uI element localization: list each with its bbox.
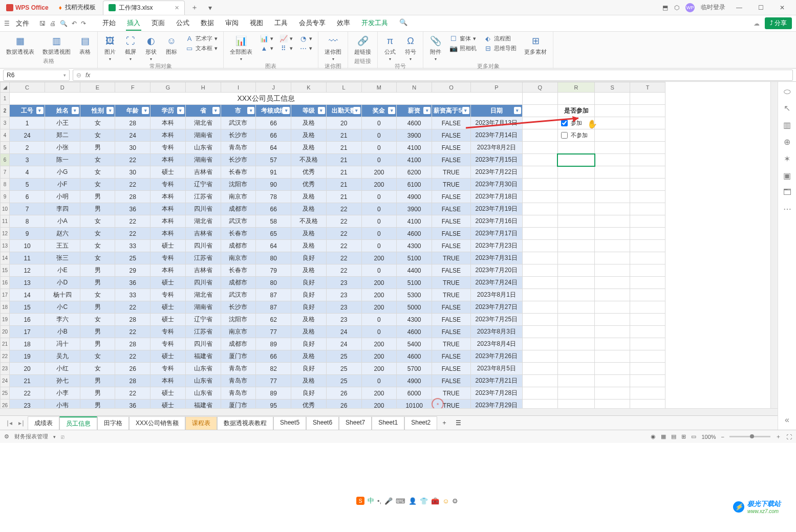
data-cell[interactable]: 58 <box>256 215 291 228</box>
row-header[interactable]: 7 <box>1 166 10 179</box>
data-cell[interactable]: 95 <box>256 400 291 409</box>
view-break-icon[interactable]: ⊞ <box>681 433 686 440</box>
data-cell[interactable]: 女 <box>80 117 115 129</box>
row-header[interactable]: 25 <box>1 387 10 400</box>
data-cell[interactable]: 23 <box>10 400 45 409</box>
template-tab[interactable]: ♦找稻壳模板 <box>54 1 101 15</box>
data-cell[interactable]: 硕士 <box>150 166 186 179</box>
data-cell[interactable]: TRUE <box>432 166 471 179</box>
data-cell[interactable]: 0 <box>361 203 397 215</box>
data-cell[interactable]: 成都市 <box>221 338 256 350</box>
data-cell[interactable]: 杨十四 <box>45 289 80 301</box>
data-cell[interactable]: 小F <box>45 179 80 191</box>
data-cell[interactable]: FALSE <box>432 264 471 277</box>
chart-line-button[interactable]: 📈▾ <box>278 34 294 43</box>
data-cell[interactable]: 及格 <box>291 264 327 277</box>
data-cell[interactable]: 小G <box>45 166 80 179</box>
data-cell[interactable]: 22 <box>115 387 150 400</box>
data-cell[interactable]: 硕士 <box>150 350 186 363</box>
data-cell[interactable]: 长沙市 <box>221 154 256 166</box>
menu-tab-3[interactable]: 公式 <box>175 16 190 31</box>
tab-close-icon[interactable]: ✕ <box>175 5 179 11</box>
filter-icon[interactable]: ▾ <box>36 107 44 114</box>
data-cell[interactable]: 4300 <box>397 314 432 326</box>
symbol-button[interactable]: Ω符号▾ <box>402 34 419 62</box>
data-cell[interactable]: 200 <box>361 363 397 375</box>
data-cell[interactable]: 成都市 <box>221 240 256 252</box>
data-cell[interactable]: 男 <box>80 326 115 338</box>
data-cell[interactable]: 2023年8月5日 <box>470 363 522 375</box>
data-cell[interactable]: 本科 <box>150 375 186 387</box>
data-cell[interactable]: 本科 <box>150 117 186 129</box>
data-cell[interactable]: 成都市 <box>221 203 256 215</box>
data-cell[interactable]: 湖南省 <box>185 301 221 314</box>
data-cell[interactable]: 江苏省 <box>185 326 221 338</box>
data-cell[interactable]: 0 <box>361 326 397 338</box>
row-header[interactable]: 19 <box>1 314 10 326</box>
form-button[interactable]: ☐窗体 ▾ <box>448 34 478 43</box>
data-cell[interactable]: FALSE <box>432 240 471 252</box>
checkbox-participate[interactable]: 参加 <box>558 118 595 128</box>
data-cell[interactable]: 2023年7月19日 <box>470 203 522 215</box>
data-cell[interactable]: 山东省 <box>185 375 221 387</box>
data-cell[interactable]: 优秀 <box>291 179 327 191</box>
data-cell[interactable]: 2023年7月13日 <box>470 117 522 129</box>
col-header[interactable]: F <box>115 82 150 93</box>
ime-skin-icon[interactable]: 👕 <box>420 497 428 505</box>
horizontal-scrollbar[interactable] <box>0 408 778 415</box>
table-header-cell[interactable]: 出勤天数▾ <box>326 105 361 117</box>
row-header[interactable]: 14 <box>1 252 10 264</box>
data-cell[interactable]: 2023年7月23日 <box>470 240 522 252</box>
row-header[interactable]: 1 <box>1 93 10 105</box>
data-cell[interactable]: 女 <box>80 350 115 363</box>
data-cell[interactable]: 本科 <box>150 228 186 240</box>
data-cell[interactable]: 四川省 <box>185 277 221 289</box>
data-cell[interactable]: 78 <box>256 191 291 203</box>
sheet-tab[interactable]: 课程表 <box>185 416 217 430</box>
data-cell[interactable]: 0 <box>361 129 397 142</box>
table-header-cell[interactable]: 奖金▾ <box>361 105 397 117</box>
data-cell[interactable]: 长沙市 <box>221 129 256 142</box>
data-cell[interactable]: 小D <box>45 277 80 289</box>
col-header[interactable]: P <box>470 82 522 93</box>
data-cell[interactable]: 男 <box>80 338 115 350</box>
menu-tab-10[interactable]: 开发工具 <box>360 16 389 31</box>
data-cell[interactable]: 及格 <box>291 129 327 142</box>
data-cell[interactable]: 张三 <box>45 252 80 264</box>
data-cell[interactable]: TRUE <box>432 277 471 289</box>
data-cell[interactable]: 福建省 <box>185 400 221 409</box>
data-cell[interactable]: 本科 <box>150 191 186 203</box>
data-cell[interactable]: 200 <box>361 166 397 179</box>
data-cell[interactable]: 硕士 <box>150 301 186 314</box>
tab-menu-button[interactable]: ▾ <box>203 4 217 12</box>
data-cell[interactable]: 2023年7月29日 <box>470 400 522 409</box>
data-cell[interactable]: 及格 <box>291 117 327 129</box>
data-cell[interactable]: 湖南省 <box>185 154 221 166</box>
data-cell[interactable]: 91 <box>256 166 291 179</box>
wordart-button[interactable]: A艺术字 ▾ <box>184 34 219 43</box>
sheet-tab[interactable]: XXX公司销售额 <box>129 416 185 430</box>
data-cell[interactable]: 专科 <box>150 363 186 375</box>
data-cell[interactable]: 20 <box>326 117 361 129</box>
table-header-cell[interactable]: 姓名▾ <box>45 105 80 117</box>
data-cell[interactable]: TRUE <box>432 252 471 264</box>
data-cell[interactable]: FALSE <box>432 314 471 326</box>
data-cell[interactable]: 四川省 <box>185 203 221 215</box>
filter-icon[interactable]: ▾ <box>462 107 469 114</box>
data-cell[interactable]: 长沙市 <box>221 301 256 314</box>
data-cell[interactable]: 专科 <box>150 289 186 301</box>
row-header[interactable]: 9 <box>1 191 10 203</box>
side-settings-icon[interactable]: ✶ <box>784 154 790 164</box>
formula-input[interactable]: ⊖fx <box>73 70 793 81</box>
data-cell[interactable]: 沈阳市 <box>221 179 256 191</box>
data-cell[interactable]: 4600 <box>397 117 432 129</box>
data-cell[interactable]: 0 <box>361 314 397 326</box>
data-cell[interactable]: 2023年8月3日 <box>470 326 522 338</box>
filter-icon[interactable]: ▾ <box>514 107 521 114</box>
data-cell[interactable]: 沈阳市 <box>221 314 256 326</box>
menu-tab-4[interactable]: 数据 <box>200 16 215 31</box>
data-cell[interactable]: 2023年8月4日 <box>470 338 522 350</box>
side-select-icon[interactable]: ⬭ <box>784 87 791 96</box>
pivot-table-button[interactable]: ▦数据透视表 <box>4 34 36 57</box>
data-cell[interactable]: 硕士 <box>150 387 186 400</box>
